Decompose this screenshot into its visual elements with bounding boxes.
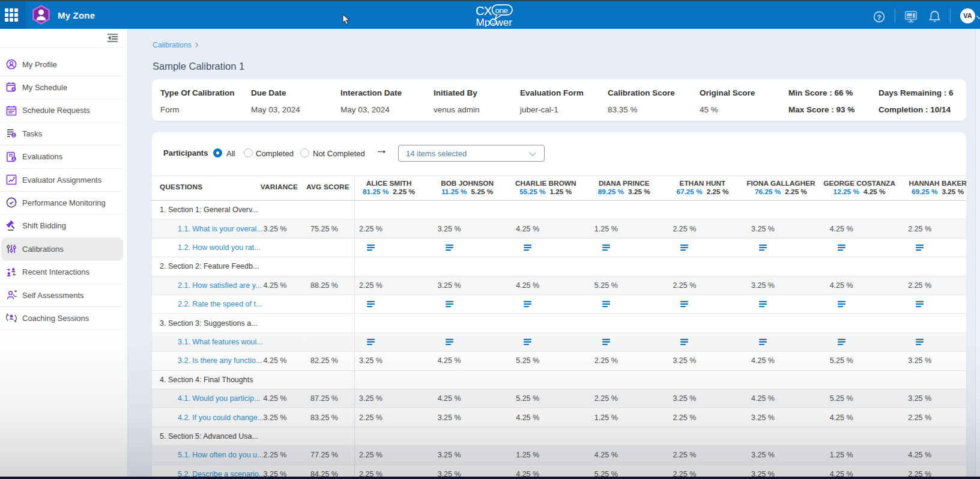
svg-text:?: ? xyxy=(877,13,881,22)
svg-text:CX: CX xyxy=(476,4,492,17)
svg-text:one: one xyxy=(495,6,508,15)
